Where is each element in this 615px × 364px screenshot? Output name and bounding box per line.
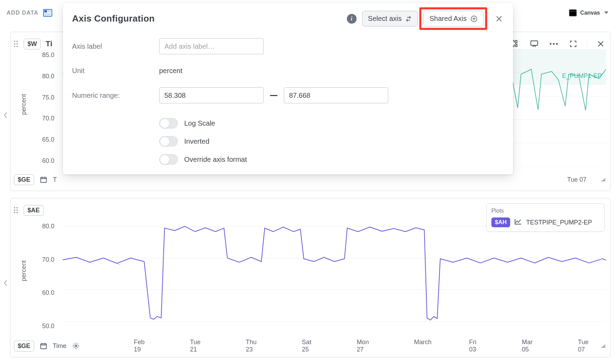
svg-rect-16 [41, 177, 47, 183]
time-label: Time [53, 342, 67, 350]
drag-handle-icon[interactable] [14, 39, 19, 49]
unit-label: Unit [72, 67, 159, 75]
time-prefix: T [53, 176, 57, 183]
legend-variable-chip[interactable]: $AH [491, 217, 510, 227]
inverted-toggle[interactable] [159, 136, 178, 147]
calendar-icon[interactable] [38, 174, 49, 185]
y-axis-label: percent [20, 260, 28, 281]
resize-handle-icon[interactable] [600, 176, 606, 183]
override-format-label: Override axis format [184, 156, 247, 164]
chevron-down-icon [604, 11, 608, 14]
canvas-dropdown[interactable]: Canvas [569, 9, 608, 16]
shared-axis-button[interactable]: Shared Axis [423, 11, 484, 26]
legend-series-name[interactable]: TESTPIPE_PUMP2-EP [526, 219, 592, 226]
range-min-input[interactable] [159, 87, 264, 103]
add-data-button[interactable]: ADD DATA [7, 10, 38, 16]
swap-icon [405, 15, 412, 22]
plots-legend: Plots $AH TESTPIPE_PUMP2-EP [486, 203, 605, 232]
gear-icon[interactable] [71, 341, 81, 351]
y-axis-ticks: 85.0 80.0 75.0 70.0 65.0 60.0 [30, 52, 54, 165]
line-chart-icon [514, 219, 522, 226]
resize-handle-icon[interactable] [600, 342, 606, 349]
footer-variable-chip[interactable]: $GE [14, 341, 34, 351]
panel-title: Axis Configuration [72, 13, 155, 24]
svg-point-26 [75, 345, 77, 347]
variable-chip[interactable]: $W [24, 39, 41, 49]
axis-label-label: Axis label [72, 42, 159, 50]
canvas-label: Canvas [580, 10, 600, 16]
axis-label-input[interactable] [159, 38, 264, 54]
plus-circle-icon [470, 15, 478, 23]
y-axis-ticks: 80.0 70.0 60.0 50.0 [30, 223, 54, 330]
svg-point-9 [556, 43, 558, 45]
collapse-left-icon[interactable] [3, 111, 8, 119]
chart-card-2: $AE percent 80.0 70.0 60.0 50.0 [10, 198, 610, 357]
presentation-icon[interactable] [528, 38, 540, 50]
close-icon[interactable] [494, 14, 504, 24]
calendar-icon[interactable] [38, 341, 48, 351]
range-dash [270, 95, 278, 96]
svg-rect-1 [44, 10, 47, 13]
expand-icon[interactable] [567, 38, 579, 50]
svg-rect-3 [44, 13, 51, 16]
legend-entry-teal[interactable]: E_PUMP1-EP [562, 72, 602, 80]
divider [587, 38, 587, 50]
collapse-left-icon[interactable] [3, 279, 8, 287]
canvas-icon [569, 9, 577, 16]
svg-rect-2 [48, 10, 51, 13]
override-format-toggle[interactable] [159, 154, 178, 165]
footer-variable-chip[interactable]: $GE [14, 174, 34, 185]
card-title: Ti [46, 39, 53, 48]
x-tick-right: Tue 07 [567, 176, 586, 183]
svg-rect-25 [41, 344, 47, 349]
y-axis-label: percent [20, 94, 28, 115]
range-label: Numeric range: [72, 92, 159, 100]
log-scale-label: Log Scale [184, 119, 215, 127]
info-icon[interactable]: i [347, 14, 357, 24]
x-axis-ticks: Feb 19 Tue 21 Thu 23 Sat 25 Mon 27 March… [134, 339, 596, 353]
log-scale-toggle[interactable] [159, 118, 178, 128]
variable-chip[interactable]: $AE [24, 205, 44, 216]
svg-point-8 [553, 43, 555, 45]
svg-point-7 [550, 43, 552, 45]
legend-section-label: Plots [491, 208, 599, 214]
layout-icon[interactable] [43, 9, 52, 17]
unit-value: percent [159, 67, 504, 75]
axis-config-panel: Axis Configuration i Select axis Shared … [63, 3, 513, 174]
select-axis-button[interactable]: Select axis [362, 11, 418, 26]
inverted-label: Inverted [184, 137, 209, 145]
svg-rect-6 [531, 41, 538, 45]
svg-rect-4 [569, 10, 576, 16]
more-icon[interactable] [548, 38, 560, 50]
drag-handle-icon[interactable] [14, 205, 19, 215]
close-icon[interactable] [595, 38, 607, 50]
range-max-input[interactable] [284, 87, 388, 103]
